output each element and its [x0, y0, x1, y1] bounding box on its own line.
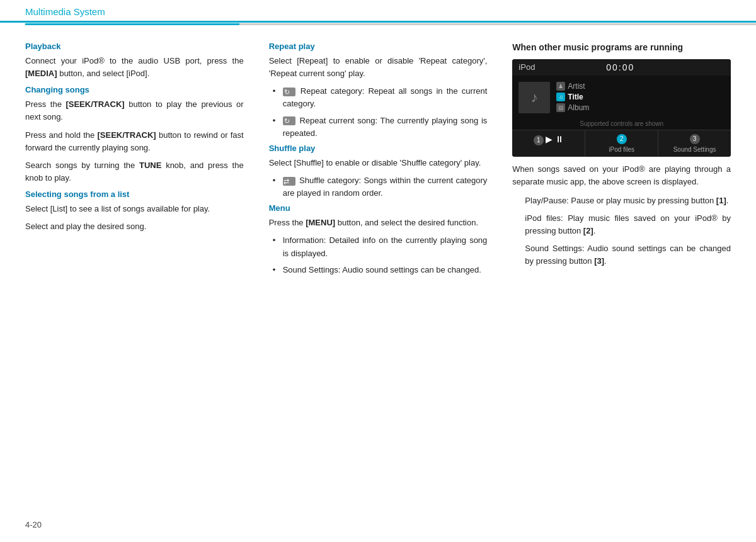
supported-text: Supported controls are shown — [512, 120, 731, 130]
ctrl-label-2: iPod files — [587, 146, 656, 153]
playback-heading: Playback — [25, 42, 244, 51]
music-note-icon: ♪ — [531, 89, 538, 106]
changing-songs-heading: Changing songs — [25, 85, 244, 94]
title-label: Title — [568, 93, 583, 101]
repeat-current-icon — [283, 116, 295, 125]
control-btn-1[interactable]: 1 ▶ ⏸ — [512, 130, 585, 157]
selecting-songs-heading: Selecting songs from a list — [25, 189, 244, 199]
section-changing-songs: Changing songs Press the [SEEK/TRACK] bu… — [25, 85, 244, 184]
section-selecting-songs: Selecting songs from a list Select [List… — [25, 189, 244, 233]
ctrl-num-1: 1 — [534, 135, 544, 145]
ipod-top-bar: iPod 00:00 — [512, 59, 731, 76]
ipod-brand-label: iPod — [518, 62, 535, 72]
right-description: When songs saved on your iPod® are playi… — [512, 163, 731, 188]
album-label: Album — [568, 103, 589, 112]
artist-label: Artist — [568, 82, 585, 91]
list-item-1: Play/Pause: Pause or play music by press… — [512, 195, 731, 207]
header-bar-gray — [239, 23, 756, 25]
playback-text: Connect your iPod® to the audio USB port… — [25, 55, 244, 80]
left-column: Playback Connect your iPod® to the audio… — [25, 42, 256, 517]
ctrl-icon-1: ▶ ⏸ — [546, 134, 564, 144]
album-icon: ▤ — [556, 103, 565, 112]
ipod-middle: ♪ ♟ Artist ♫ Title ▤ Album — [512, 76, 731, 120]
ipod-time-display: 00:00 — [606, 62, 634, 72]
changing-songs-text-2: Press and hold the [SEEK/TRACK] button t… — [25, 129, 244, 154]
selecting-songs-text-1: Select [List] to see a list of songs ava… — [25, 203, 244, 215]
bullet-item: Repeat current song: The currently playi… — [269, 115, 488, 140]
changing-songs-text-3: Search songs by turning the TUNE knob, a… — [25, 159, 244, 184]
album-row: ▤ Album — [556, 103, 724, 112]
section-repeat-play: Repeat play Select [Repeat] to enable or… — [269, 42, 488, 140]
header-bar-blue — [25, 23, 239, 25]
main-content: Playback Connect your iPod® to the audio… — [0, 23, 756, 536]
repeat-play-bullets: Repeat category: Repeat all songs in the… — [269, 85, 488, 140]
shuffle-play-intro: Select [Shuffle] to enable or disable 'S… — [269, 157, 488, 169]
bullet-item: Information: Detailed info on the curren… — [269, 234, 488, 259]
menu-bullets: Information: Detailed info on the curren… — [269, 234, 488, 276]
ctrl-num-2: 2 — [617, 134, 627, 144]
shuffle-icon — [283, 177, 295, 186]
right-column: When other music programs are running iP… — [500, 42, 731, 517]
control-btn-3[interactable]: 3 Sound Settings — [658, 130, 731, 157]
list-item-2: iPod files: Play music files saved on yo… — [512, 212, 731, 237]
selecting-songs-text-2: Select and play the desired song. — [25, 220, 244, 233]
section-shuffle-play: Shuffle play Select [Shuffle] to enable … — [269, 144, 488, 200]
middle-column: Repeat play Select [Repeat] to enable or… — [256, 42, 500, 517]
list-item-3: Sound Settings: Audio sound settings can… — [512, 242, 731, 268]
ipod-controls-bar: 1 ▶ ⏸ 2 iPod files 3 Sound Settings — [512, 130, 731, 157]
bullet-item: Shuffle category: Songs within the curre… — [269, 174, 488, 200]
repeat-play-heading: Repeat play — [269, 42, 488, 51]
ipod-info-panel: ♟ Artist ♫ Title ▤ Album — [556, 82, 724, 114]
right-heading: When other music programs are running — [512, 42, 731, 54]
header-title: Multimedia System — [25, 6, 105, 21]
artist-icon: ♟ — [556, 82, 565, 91]
title-icon: ♫ — [556, 93, 565, 101]
shuffle-play-bullets: Shuffle category: Songs within the curre… — [269, 174, 488, 200]
bullet-item: Repeat category: Repeat all songs in the… — [269, 85, 488, 110]
page-number: 4-20 — [25, 520, 42, 529]
ctrl-num-3: 3 — [690, 134, 700, 144]
control-btn-2[interactable]: 2 iPod files — [585, 130, 658, 157]
shuffle-play-heading: Shuffle play — [269, 144, 488, 153]
title-row: ♫ Title — [556, 93, 724, 101]
ipod-screen-mockup: iPod 00:00 ♪ ♟ Artist ♫ Title — [512, 59, 731, 157]
repeat-icon — [283, 88, 295, 96]
changing-songs-text-1: Press the [SEEK/TRACK] button to play th… — [25, 98, 244, 123]
section-menu: Menu Press the [MENU] button, and select… — [269, 203, 488, 276]
menu-intro: Press the [MENU] button, and select the … — [269, 217, 488, 229]
menu-heading: Menu — [269, 203, 488, 213]
repeat-play-intro: Select [Repeat] to enable or disable 'Re… — [269, 55, 488, 80]
ipod-album-art: ♪ — [518, 82, 550, 113]
bullet-item: Sound Settings: Audio sound settings can… — [269, 264, 488, 276]
artist-row: ♟ Artist — [556, 82, 724, 91]
page-header: Multimedia System — [0, 0, 756, 23]
ctrl-label-3: Sound Settings — [660, 146, 730, 153]
section-playback: Playback Connect your iPod® to the audio… — [25, 42, 244, 80]
numbered-list: Play/Pause: Pause or play music by press… — [512, 195, 731, 268]
